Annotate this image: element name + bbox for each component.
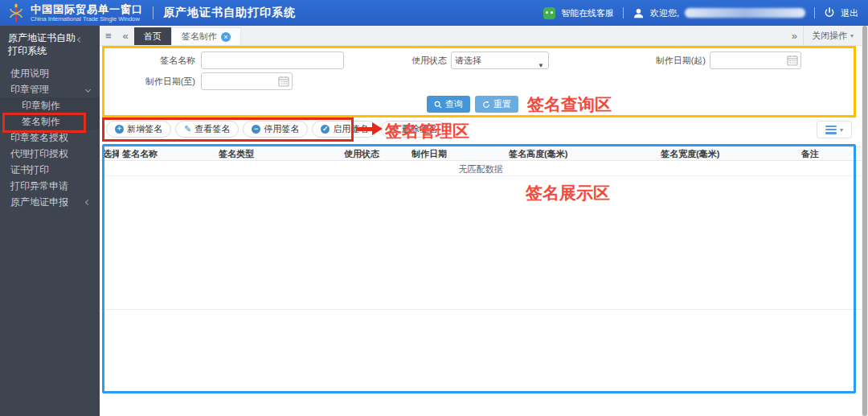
- sidebar-item-usage-notes[interactable]: 使用说明: [0, 65, 100, 81]
- table-empty-row: 无匹配数据: [100, 162, 862, 176]
- sidebar-item-agent-print-auth[interactable]: 代理打印授权: [0, 146, 100, 162]
- chevron-left-icon: [85, 199, 91, 204]
- header-divider: [153, 6, 154, 19]
- delete-signature-button[interactable]: 🗑 删除签名: [381, 121, 446, 138]
- sidebar-item-origin-cert-declare[interactable]: 原产地证申报: [0, 194, 100, 210]
- online-service-link[interactable]: 智能在线客服: [561, 7, 614, 19]
- column-settings-button[interactable]: ▾: [817, 121, 852, 138]
- scroll-tabs-left-icon[interactable]: «: [123, 30, 129, 42]
- app-title: 原产地证书自助打印系统: [163, 6, 296, 20]
- disable-signature-button[interactable]: − 停用签名: [243, 121, 308, 138]
- col-signature-height: 签名高度(毫米): [506, 147, 657, 160]
- col-signature-name: 签名名称: [119, 147, 215, 160]
- add-signature-button[interactable]: + 新增签名: [106, 121, 171, 138]
- chevron-left-icon: [77, 37, 83, 43]
- scroll-tabs-right-icon[interactable]: »: [792, 30, 797, 42]
- caret-down-icon: ▾: [850, 32, 854, 39]
- date-to-field: [201, 72, 293, 90]
- menu-toggle-icon[interactable]: ≡: [105, 30, 112, 42]
- calendar-icon[interactable]: [787, 55, 798, 66]
- enable-signature-button[interactable]: ✓ 启用签名: [312, 121, 377, 138]
- chevron-down-icon: [85, 86, 91, 92]
- sidebar-item-seal-management[interactable]: 印章管理: [0, 81, 100, 97]
- status-label: 使用状态: [381, 51, 447, 69]
- sidebar-item-seal-signature-auth[interactable]: 印章签名授权: [0, 130, 100, 146]
- list-icon: [825, 126, 837, 134]
- scrollbar-thumb[interactable]: [862, 26, 867, 416]
- sidebar-item-signature-making[interactable]: 签名制作: [0, 113, 100, 130]
- page-root: 中国国际贸易单一窗口 China International Trade Sin…: [0, 0, 868, 416]
- tab-home[interactable]: 首页: [134, 27, 171, 45]
- trash-icon: 🗑: [390, 125, 399, 134]
- logo-title: 中国国际贸易单一窗口: [31, 4, 143, 15]
- pencil-icon: ✎: [184, 125, 191, 134]
- col-create-date: 制作日期: [408, 147, 506, 160]
- calendar-icon[interactable]: [278, 76, 289, 87]
- search-icon: [434, 101, 442, 109]
- status-select[interactable]: 请选择 ▼: [451, 51, 549, 69]
- single-window-logo-icon: [6, 3, 26, 23]
- tab-strip: ≡ « 首页 签名制作 × » 关闭操作 ▾: [100, 26, 862, 46]
- col-status: 使用状态: [341, 147, 408, 160]
- sidebar-item-seal-making[interactable]: 印章制作: [0, 97, 100, 113]
- close-operations-dropdown[interactable]: 关闭操作 ▾: [803, 26, 862, 45]
- logo: 中国国际贸易单一窗口 China International Trade Sin…: [0, 3, 143, 23]
- col-remarks: 备注: [798, 147, 862, 160]
- header-separator: [814, 7, 815, 19]
- signature-name-input[interactable]: [201, 51, 344, 69]
- tab-close-icon[interactable]: ×: [221, 32, 231, 42]
- redacted-username: [685, 8, 805, 18]
- power-icon[interactable]: [824, 7, 835, 19]
- sidebar-item-print-exception[interactable]: 打印异常申请: [0, 178, 100, 194]
- table-header-row: 选择 签名名称 签名类型 使用状态 制作日期 签名高度(毫米) 签名宽度(毫米)…: [100, 146, 862, 161]
- date-from-field: [710, 51, 801, 69]
- plus-circle-icon: +: [115, 125, 124, 134]
- sidebar-item-cert-print[interactable]: 证书打印: [0, 162, 100, 178]
- user-icon: [633, 7, 645, 19]
- col-signature-width: 签名宽度(毫米): [657, 147, 798, 160]
- header-right: 智能在线客服 欢迎您, 退出: [543, 7, 868, 19]
- signature-toolbar: + 新增签名 ✎ 查看签名 − 停用签名 ✓ 启用签名 🗑 删除签名: [106, 121, 446, 138]
- reset-icon: [482, 101, 490, 109]
- caret-down-icon: ▾: [840, 126, 843, 134]
- date-to-label: 制作日期(至): [116, 72, 195, 90]
- header-separator: [623, 7, 624, 19]
- caret-down-icon: ▼: [538, 58, 544, 74]
- date-from-label: 制作日期(起): [630, 51, 706, 69]
- logout-button[interactable]: 退出: [841, 7, 858, 19]
- app-header: 中国国际贸易单一窗口 China International Trade Sin…: [0, 0, 868, 26]
- vertical-scrollbar[interactable]: [862, 26, 868, 416]
- table-bottom-border: [100, 309, 862, 310]
- check-circle-icon: ✓: [321, 125, 330, 134]
- online-service-icon: [543, 7, 555, 19]
- view-signature-button[interactable]: ✎ 查看签名: [175, 121, 239, 138]
- logo-subtitle: China International Trade Single Window: [31, 15, 143, 23]
- sidebar: 原产地证书自助打印系统 使用说明 印章管理 印章制作 签名制作 印章签名授权 代…: [0, 26, 100, 416]
- welcome-text: 欢迎您,: [650, 7, 679, 19]
- search-button[interactable]: 查询: [427, 96, 470, 113]
- minus-circle-icon: −: [252, 125, 260, 134]
- col-select: 选择: [100, 147, 119, 160]
- main-panel: 签名名称 使用状态 请选择 ▼ 制作日期(起) 制作日期(至): [100, 46, 862, 416]
- signature-name-label: 签名名称: [116, 51, 195, 69]
- sidebar-title[interactable]: 原产地证书自助打印系统: [0, 26, 100, 64]
- col-signature-type: 签名类型: [215, 147, 341, 160]
- tab-signature-making[interactable]: 签名制作 ×: [171, 27, 241, 45]
- reset-button[interactable]: 重置: [475, 96, 518, 113]
